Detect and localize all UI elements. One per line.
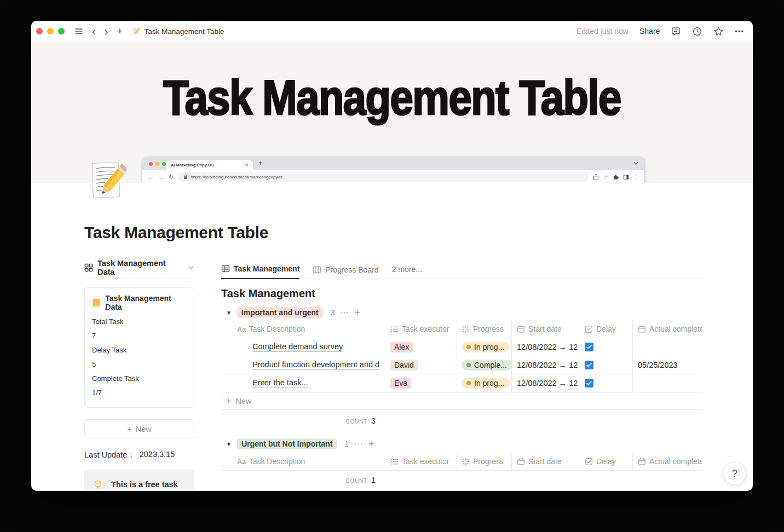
executor-tag[interactable]: David [390,360,418,371]
start-date-cell[interactable]: 12/08/2022 → 12 [512,356,580,374]
data-summary-card[interactable]: Task Management Data Total Task 7 Delay … [84,287,194,408]
share-upload-icon [593,174,599,181]
task-title[interactable]: Complete demand survey [252,342,343,352]
date-range: 12/08/2022 → 12 [517,361,578,369]
comments-icon[interactable] [671,26,681,37]
column-task-description[interactable]: Aa Task Description [221,320,383,338]
delay-checkbox-checked[interactable] [585,361,593,369]
back-button[interactable]: ‹ [92,26,96,37]
executor-tag[interactable]: Eva [390,378,411,389]
tab-task-management[interactable]: Task Management [221,264,299,279]
menu-icon[interactable] [74,27,83,36]
titlebar-document-title: Task Management Table [144,27,224,36]
collapse-triangle-icon[interactable]: ▼ [226,310,232,316]
table-row: Product function development and d David… [221,356,702,374]
executor-cell[interactable]: Eva [383,374,457,392]
page-memo-icon[interactable] [87,159,126,201]
column-label: Delay [596,457,616,466]
help-button[interactable]: ? [723,462,746,485]
start-date-cell[interactable]: 12/08/2022 → 12 [512,374,580,392]
count-aggregate[interactable]: COUNT 3 [221,417,383,425]
progress-cell[interactable]: In prog... [457,338,512,356]
column-actual-complete[interactable]: Actual complete [633,453,702,470]
text-property-icon: Aa [237,325,246,333]
more-options-icon[interactable]: ••• [735,27,744,36]
table-header-row: Aa Task Description Task executor Progre… [221,320,702,338]
collapse-triangle-icon[interactable]: ▼ [226,441,232,447]
delay-cell[interactable] [580,338,633,356]
group-tag[interactable]: Important and urgent [237,307,323,318]
progress-cell[interactable]: In prog... [457,374,512,392]
group-add-icon[interactable]: + [354,307,360,318]
text-property-icon: Aa [237,458,246,466]
aggregate-row: COUNT 3 [221,410,702,431]
favorite-star-icon[interactable] [713,26,724,37]
delay-cell[interactable] [580,374,633,392]
actual-complete-cell[interactable]: 05/25/2023 [633,356,702,374]
new-tab-button[interactable]: + [117,25,123,37]
delay-checkbox-checked[interactable] [585,343,593,351]
group-tag[interactable]: Urgent but Not Important [237,438,337,449]
extension-puzzle-icon [613,174,619,180]
sidebar-new-button[interactable]: + New [84,419,194,438]
column-task-executor[interactable]: Task executor [383,320,457,338]
actual-complete-cell[interactable] [633,338,702,356]
delay-cell[interactable] [580,356,633,374]
column-start-date[interactable]: Start date [512,453,580,470]
column-task-executor[interactable]: Task executor [383,453,457,470]
zoom-window-button[interactable] [58,28,65,34]
progress-tag[interactable]: In prog... [462,342,510,352]
callout-text: This is a free task management system. [111,479,182,491]
forward-button[interactable]: › [105,26,108,37]
close-window-button[interactable] [36,28,43,34]
group-header-important-urgent: ▼ Important and urgent 3 ⋯ + [221,305,702,320]
task-title[interactable]: Product function development and d [252,360,379,370]
task-title-cell[interactable]: Product function development and d [221,356,383,374]
executor-tag[interactable]: Alex [390,342,413,352]
data-card-title-row: Task Management Data [92,294,187,311]
add-row-button[interactable]: + New [221,392,702,410]
group-add-icon[interactable]: + [368,438,374,449]
history-clock-icon[interactable] [692,26,702,37]
share-button[interactable]: Share [639,27,660,36]
column-delay[interactable]: Delay [580,320,633,338]
page-cover[interactable]: Task Management Table AI Marketing Copy … [31,42,753,183]
column-progress[interactable]: Progress [457,320,512,338]
cover-browser-toolbar-icons: ☆ ⋮ [593,174,639,181]
column-actual-complete[interactable]: Actual complete [633,320,702,338]
column-progress[interactable]: Progress [457,453,512,470]
group-options-icon[interactable]: ⋯ [354,439,363,449]
column-start-date[interactable]: Start date [512,320,580,338]
column-label: Task Description [249,457,305,466]
progress-cell[interactable]: Comple... [457,356,512,374]
group-count: 3 [331,308,335,317]
minimize-window-button[interactable] [47,28,54,34]
executor-cell[interactable]: David [383,356,457,374]
task-title[interactable]: Enter the task... [252,378,308,388]
start-date-cell[interactable]: 12/08/2022 → 12 [512,338,580,356]
last-update-value: 2023.3.15 [140,450,175,460]
delay-checkbox-checked[interactable] [585,379,593,388]
stat-label-delay-task: Delay Task [92,343,187,357]
tabs-more-link[interactable]: 2 more... [392,265,422,279]
group-options-icon[interactable]: ⋯ [340,308,349,317]
tab-progress-board[interactable]: Progress Board [313,265,378,279]
progress-tag[interactable]: In prog... [462,378,510,389]
executor-cell[interactable]: Alex [383,338,457,356]
task-title-cell[interactable]: Enter the task... [221,374,383,392]
group-header-urgent-not-important: ▼ Urgent but Not Important 1 ⋯ + [221,436,702,452]
checkbox-property-icon [585,325,593,333]
progress-tag[interactable]: Comple... [462,360,512,371]
plus-icon: + [127,425,131,433]
actual-complete-cell[interactable] [633,374,702,392]
column-task-description[interactable]: Aa Task Description [221,453,383,470]
view-select[interactable]: Task Management Data [84,259,194,276]
count-aggregate[interactable]: COUNT 1 [221,476,383,484]
column-delay[interactable]: Delay [580,453,633,470]
task-title-cell[interactable]: Complete demand survey [221,338,383,356]
stat-value-total-task: 7 [92,329,187,343]
tab-task-management-label: Task Management [234,264,299,273]
titlebar-document[interactable]: Task Management Table [131,27,224,36]
status-spinner-icon [462,458,470,466]
section-title: Task Management [221,287,702,300]
